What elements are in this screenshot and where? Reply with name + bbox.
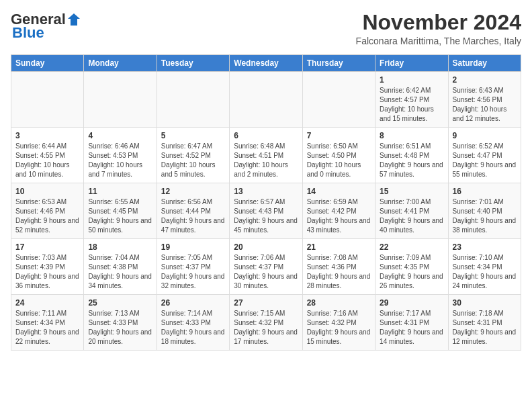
day-number: 10 (15, 187, 79, 196)
day-number: 22 (380, 242, 443, 252)
day-info: Sunrise: 6:44 AM Sunset: 4:55 PM Dayligh… (15, 142, 79, 179)
day-info: Sunrise: 7:10 AM Sunset: 4:34 PM Dayligh… (453, 253, 517, 291)
day-info: Sunrise: 7:15 AM Sunset: 4:32 PM Dayligh… (234, 309, 298, 347)
day-number: 30 (453, 298, 517, 308)
calendar-cell: 24Sunrise: 7:11 AM Sunset: 4:34 PM Dayli… (11, 295, 84, 351)
day-number: 4 (88, 131, 152, 140)
day-info: Sunrise: 6:48 AM Sunset: 4:51 PM Dayligh… (234, 142, 298, 179)
day-number: 21 (307, 242, 371, 252)
subtitle: Falconara Marittima, The Marches, Italy (356, 36, 521, 46)
day-number: 13 (234, 187, 298, 196)
col-header-monday: Monday (84, 55, 157, 72)
calendar-cell: 23Sunrise: 7:10 AM Sunset: 4:34 PM Dayli… (448, 239, 521, 295)
day-number: 16 (453, 187, 517, 196)
calendar-cell: 19Sunrise: 7:05 AM Sunset: 4:37 PM Dayli… (157, 239, 229, 295)
day-info: Sunrise: 6:59 AM Sunset: 4:42 PM Dayligh… (307, 197, 371, 235)
col-header-sunday: Sunday (11, 55, 84, 72)
calendar-cell: 14Sunrise: 6:59 AM Sunset: 4:42 PM Dayli… (302, 183, 375, 239)
day-number: 12 (161, 187, 225, 196)
day-info: Sunrise: 7:03 AM Sunset: 4:39 PM Dayligh… (15, 253, 79, 291)
calendar-cell: 9Sunrise: 6:52 AM Sunset: 4:47 PM Daylig… (448, 128, 521, 183)
day-info: Sunrise: 7:13 AM Sunset: 4:33 PM Dayligh… (88, 309, 152, 347)
day-info: Sunrise: 6:57 AM Sunset: 4:43 PM Dayligh… (234, 197, 298, 235)
day-info: Sunrise: 6:50 AM Sunset: 4:50 PM Dayligh… (307, 142, 371, 179)
col-header-thursday: Thursday (302, 55, 375, 72)
calendar-cell: 3Sunrise: 6:44 AM Sunset: 4:55 PM Daylig… (11, 128, 84, 183)
calendar-cell: 10Sunrise: 6:53 AM Sunset: 4:46 PM Dayli… (11, 183, 84, 239)
day-info: Sunrise: 6:55 AM Sunset: 4:45 PM Dayligh… (88, 197, 152, 235)
day-number: 7 (307, 131, 371, 140)
calendar-cell: 18Sunrise: 7:04 AM Sunset: 4:38 PM Dayli… (84, 239, 157, 295)
calendar-cell: 30Sunrise: 7:18 AM Sunset: 4:31 PM Dayli… (448, 295, 521, 351)
col-header-saturday: Saturday (448, 55, 521, 72)
calendar-cell (157, 72, 229, 128)
day-info: Sunrise: 7:14 AM Sunset: 4:33 PM Dayligh… (161, 309, 225, 347)
calendar-cell: 16Sunrise: 7:01 AM Sunset: 4:40 PM Dayli… (448, 183, 521, 239)
calendar-cell: 13Sunrise: 6:57 AM Sunset: 4:43 PM Dayli… (230, 183, 302, 239)
calendar-cell: 7Sunrise: 6:50 AM Sunset: 4:50 PM Daylig… (302, 128, 375, 183)
day-number: 11 (88, 187, 152, 196)
day-number: 24 (15, 298, 79, 308)
day-number: 3 (15, 131, 79, 140)
svg-marker-0 (68, 13, 80, 26)
calendar-cell: 28Sunrise: 7:16 AM Sunset: 4:32 PM Dayli… (302, 295, 375, 351)
day-info: Sunrise: 6:52 AM Sunset: 4:47 PM Dayligh… (453, 142, 517, 179)
calendar-cell: 20Sunrise: 7:06 AM Sunset: 4:37 PM Dayli… (230, 239, 302, 295)
calendar-cell: 29Sunrise: 7:17 AM Sunset: 4:31 PM Dayli… (375, 295, 448, 351)
day-number: 9 (453, 131, 517, 140)
day-number: 29 (380, 298, 443, 308)
header: General Blue November 2024 Falconara Mar… (11, 11, 521, 46)
calendar-cell: 17Sunrise: 7:03 AM Sunset: 4:39 PM Dayli… (11, 239, 84, 295)
day-number: 17 (15, 242, 79, 252)
calendar-cell: 15Sunrise: 7:00 AM Sunset: 4:41 PM Dayli… (375, 183, 448, 239)
calendar-cell: 5Sunrise: 6:47 AM Sunset: 4:52 PM Daylig… (157, 128, 229, 183)
day-info: Sunrise: 6:47 AM Sunset: 4:52 PM Dayligh… (161, 142, 225, 179)
col-header-friday: Friday (375, 55, 448, 72)
calendar-cell: 27Sunrise: 7:15 AM Sunset: 4:32 PM Dayli… (230, 295, 302, 351)
calendar-cell (84, 72, 157, 128)
calendar-cell: 2Sunrise: 6:43 AM Sunset: 4:56 PM Daylig… (448, 72, 521, 128)
day-info: Sunrise: 7:04 AM Sunset: 4:38 PM Dayligh… (88, 253, 152, 291)
day-info: Sunrise: 7:18 AM Sunset: 4:31 PM Dayligh… (453, 309, 517, 347)
col-header-wednesday: Wednesday (230, 55, 302, 72)
day-number: 25 (88, 298, 152, 308)
day-number: 26 (161, 298, 225, 308)
day-info: Sunrise: 7:17 AM Sunset: 4:31 PM Dayligh… (380, 309, 443, 347)
day-number: 5 (161, 131, 225, 140)
day-number: 23 (453, 242, 517, 252)
calendar-cell: 26Sunrise: 7:14 AM Sunset: 4:33 PM Dayli… (157, 295, 229, 351)
calendar-cell: 1Sunrise: 6:42 AM Sunset: 4:57 PM Daylig… (375, 72, 448, 128)
calendar-cell: 11Sunrise: 6:55 AM Sunset: 4:45 PM Dayli… (84, 183, 157, 239)
calendar-cell: 8Sunrise: 6:51 AM Sunset: 4:48 PM Daylig… (375, 128, 448, 183)
day-number: 15 (380, 187, 443, 196)
day-info: Sunrise: 7:09 AM Sunset: 4:35 PM Dayligh… (380, 253, 443, 291)
day-info: Sunrise: 6:43 AM Sunset: 4:56 PM Dayligh… (453, 86, 517, 124)
calendar-cell: 21Sunrise: 7:08 AM Sunset: 4:36 PM Dayli… (302, 239, 375, 295)
calendar-cell (11, 72, 84, 128)
day-number: 1 (380, 75, 443, 85)
day-number: 8 (380, 131, 443, 140)
day-number: 27 (234, 298, 298, 308)
calendar-table: SundayMondayTuesdayWednesdayThursdayFrid… (11, 54, 521, 351)
day-number: 2 (453, 75, 517, 85)
day-info: Sunrise: 6:46 AM Sunset: 4:53 PM Dayligh… (88, 142, 152, 179)
logo-icon (66, 12, 81, 27)
col-header-tuesday: Tuesday (157, 55, 229, 72)
logo-blue: Blue (12, 24, 44, 42)
day-number: 20 (234, 242, 298, 252)
logo: General Blue (11, 11, 82, 42)
day-info: Sunrise: 7:00 AM Sunset: 4:41 PM Dayligh… (380, 197, 443, 235)
day-info: Sunrise: 7:06 AM Sunset: 4:37 PM Dayligh… (234, 253, 298, 291)
calendar-cell: 4Sunrise: 6:46 AM Sunset: 4:53 PM Daylig… (84, 128, 157, 183)
day-number: 18 (88, 242, 152, 252)
day-number: 28 (307, 298, 371, 308)
day-info: Sunrise: 7:16 AM Sunset: 4:32 PM Dayligh… (307, 309, 371, 347)
calendar-cell: 22Sunrise: 7:09 AM Sunset: 4:35 PM Dayli… (375, 239, 448, 295)
day-number: 19 (161, 242, 225, 252)
day-info: Sunrise: 7:08 AM Sunset: 4:36 PM Dayligh… (307, 253, 371, 291)
calendar-cell (302, 72, 375, 128)
day-info: Sunrise: 6:42 AM Sunset: 4:57 PM Dayligh… (380, 86, 443, 124)
calendar-cell (230, 72, 302, 128)
day-info: Sunrise: 6:51 AM Sunset: 4:48 PM Dayligh… (380, 142, 443, 179)
month-title: November 2024 (356, 11, 521, 34)
